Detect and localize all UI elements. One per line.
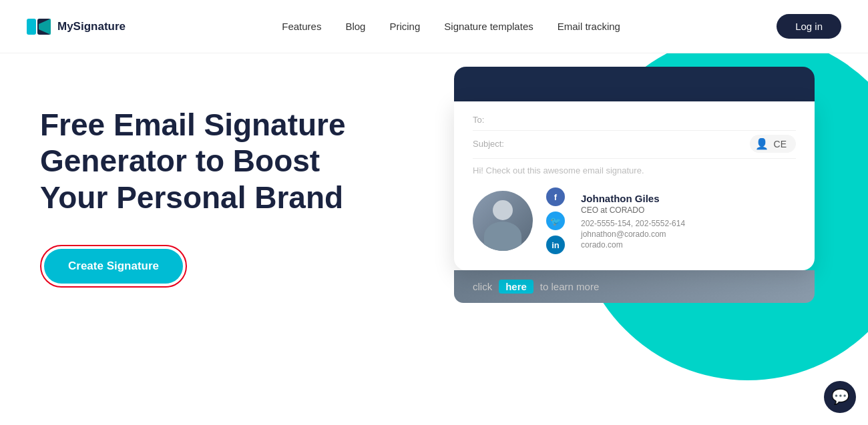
header: MySignature Features Blog Pricing Signat… [0, 0, 868, 53]
signature-title: CEO at CORADO [581, 205, 685, 215]
person-icon: 👤 [755, 137, 769, 150]
signature-photo [473, 191, 533, 251]
signature-social-icons: f 🐦 in [546, 187, 565, 254]
cta-text1: click [473, 281, 492, 292]
cta-here: here [499, 280, 533, 294]
login-button[interactable]: Log in [777, 14, 841, 39]
nav-features[interactable]: Features [282, 21, 321, 32]
logo-icon [27, 15, 51, 39]
signature-email: johnathon@corado.com [581, 230, 685, 239]
main-nav: Features Blog Pricing Signature template… [282, 21, 620, 32]
email-body-text: Hi! Check out this awesome email signatu… [473, 165, 796, 175]
cta-text2: to learn more [540, 281, 599, 292]
signature-website: corado.com [581, 240, 685, 250]
email-subject-row: Subject: 👤 CE [473, 135, 796, 159]
nav-email-tracking[interactable]: Email tracking [558, 21, 620, 32]
hero-section: Free Email Signature Generator to Boost … [0, 53, 434, 314]
avatar-initials: CE [774, 139, 787, 149]
nav-signature-templates[interactable]: Signature templates [444, 21, 533, 32]
hero-title: Free Email Signature Generator to Boost … [40, 107, 394, 216]
facebook-icon: f [546, 187, 565, 206]
signature-name: Johnathon Giles [581, 193, 685, 204]
chat-icon: 💬 [831, 388, 849, 406]
chat-bubble-button[interactable]: 💬 [824, 381, 856, 413]
device-header-bar [454, 67, 815, 101]
logo-area[interactable]: MySignature [27, 15, 126, 39]
signature-phone: 202-5555-154, 202-5552-614 [581, 219, 685, 228]
signature-block: f 🐦 in Johnathon Giles CEO at CORADO 202… [473, 187, 796, 254]
person-body [484, 222, 521, 251]
hero-right: To: Subject: 👤 CE Hi! Check out this awe… [434, 53, 868, 425]
twitter-icon: 🐦 [546, 211, 565, 230]
signature-info: Johnathon Giles CEO at CORADO 202-5555-1… [581, 193, 685, 250]
device-mockup: To: Subject: 👤 CE Hi! Check out this awe… [454, 67, 815, 303]
linkedin-icon: in [546, 236, 565, 254]
cta-bar: click here to learn more [454, 270, 815, 303]
logo-text: MySignature [57, 20, 126, 33]
nav-pricing[interactable]: Pricing [389, 21, 420, 32]
nav-blog[interactable]: Blog [345, 21, 365, 32]
create-signature-button[interactable]: Create Signature [44, 249, 183, 284]
email-card: To: Subject: 👤 CE Hi! Check out this awe… [454, 101, 815, 270]
person-head [493, 200, 513, 220]
main-content: Free Email Signature Generator to Boost … [0, 53, 868, 425]
email-to-field: To: [473, 115, 796, 131]
create-signature-wrapper: Create Signature [40, 245, 187, 288]
email-subject-label: Subject: [473, 139, 504, 149]
svg-rect-0 [27, 19, 36, 35]
avatar-chip: 👤 CE [750, 135, 796, 153]
